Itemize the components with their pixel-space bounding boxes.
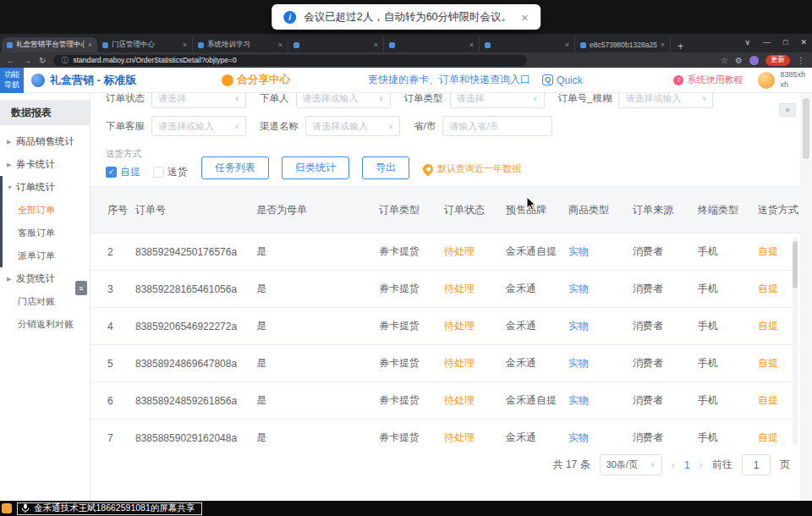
update-button[interactable]: 更新 xyxy=(765,55,790,66)
tab-search-icon[interactable]: ∨ xyxy=(744,38,750,47)
cell-goods_type[interactable]: 实物 xyxy=(568,431,633,445)
menu-kebab-icon[interactable]: ⋮ xyxy=(797,56,805,65)
table-row[interactable]: 283859294250176576a是券卡提货待处理金禾通自提实物消费者手机自… xyxy=(91,233,800,271)
cell-goods_type[interactable]: 实物 xyxy=(568,393,633,408)
profile-avatar[interactable] xyxy=(749,56,759,65)
filter-select-value: 请选择或输入 xyxy=(312,120,368,133)
sidebar-menu: ▶商品销售统计▶券卡统计▼订单统计全部订单客服订单派单订单▶发货统计门店对账分销… xyxy=(0,125,90,336)
collapse-filters-button[interactable]: » xyxy=(779,103,796,117)
table-body: 283859294250176576a是券卡提货待处理金禾通自提实物消费者手机自… xyxy=(91,233,800,447)
cell-goods_type[interactable]: 实物 xyxy=(568,319,633,333)
sidebar-item[interactable]: 派单订单 xyxy=(0,244,90,267)
action-button[interactable]: 任务列表 xyxy=(201,156,269,179)
sidebar-item[interactable]: ▶商品销售统计 xyxy=(0,130,90,153)
page-scrollbar-thumb[interactable] xyxy=(803,98,809,159)
sidebar-item[interactable]: 全部订单 xyxy=(0,199,90,222)
filter-select-value: 请选择 xyxy=(158,93,186,105)
filter-select[interactable]: 请选择或输入∨ xyxy=(296,93,391,108)
table-row[interactable]: 783858859029162048a是券卡提货待处理金禾通实物消费者手机自提 xyxy=(91,420,800,447)
tab-close-icon[interactable]: × xyxy=(183,41,187,49)
address-bar[interactable]: ⓘ standard.maboy.cn/OrderStatisticsDetai… xyxy=(53,55,527,66)
checkbox-icon xyxy=(153,167,164,178)
new-tab-button[interactable]: + xyxy=(678,41,683,52)
tab-close-icon[interactable]: × xyxy=(278,41,283,49)
nav-toggle[interactable]: 功能导航 xyxy=(0,68,24,93)
site-info-icon[interactable]: ⓘ xyxy=(61,56,68,65)
toast-close-icon[interactable]: × xyxy=(521,10,529,25)
column-header: 序号 xyxy=(107,203,135,217)
tab-favicon-icon xyxy=(580,42,586,48)
bookmark-star-icon[interactable]: ☆ xyxy=(721,56,728,65)
browser-tab[interactable]: × xyxy=(288,37,384,52)
tab-close-icon[interactable]: × xyxy=(661,41,665,49)
next-page-button[interactable]: › xyxy=(700,458,703,471)
tab-close-icon[interactable]: × xyxy=(88,41,92,49)
user-avatar[interactable] xyxy=(758,72,775,89)
sidebar-item[interactable]: ▼订单统计 xyxy=(0,176,90,199)
sidebar-collapse-handle[interactable]: ≡ xyxy=(75,281,87,295)
cell-goods_type[interactable]: 实物 xyxy=(568,356,633,371)
table-row[interactable]: 683858924859261856a是券卡提货待处理金禾通自提实物消费者手机自… xyxy=(91,382,800,420)
share-center-link[interactable]: 合分享中心 xyxy=(222,73,291,87)
filter-select[interactable]: 请选择或输入∨ xyxy=(618,93,713,108)
table-row[interactable]: 483859206546922272a是券卡提货待处理金禾通实物消费者手机自提 xyxy=(91,308,800,345)
minimize-button[interactable]: — xyxy=(763,38,771,47)
cell-idx: 5 xyxy=(107,358,135,370)
browser-tab[interactable]: × xyxy=(384,37,480,52)
current-page[interactable]: 1 xyxy=(684,459,690,471)
maximize-button[interactable]: □ xyxy=(783,38,787,47)
quick-entry-link[interactable]: 更快捷的券卡、订单和快递查询入口 xyxy=(368,73,530,87)
tutorial-link[interactable]: ? 系统使用教程 xyxy=(673,74,743,86)
tab-favicon-icon xyxy=(198,42,204,48)
browser-tab[interactable]: 系统培训学习× xyxy=(193,37,288,52)
delivery-checkbox[interactable]: 送货 xyxy=(153,165,188,179)
browser-tab-strip: 礼盒营销平台管理中心×门店管理中心×系统培训学习××××e8c573980b13… xyxy=(0,34,812,52)
filter-select[interactable]: 请选择∨ xyxy=(450,93,545,108)
cell-goods_type[interactable]: 实物 xyxy=(568,282,633,296)
filter-input[interactable] xyxy=(442,116,552,136)
browser-tab[interactable]: × xyxy=(480,37,575,52)
goto-page-input[interactable] xyxy=(742,454,771,475)
action-button[interactable]: 导出 xyxy=(362,156,409,179)
filter-select[interactable]: 请选择或输入∨ xyxy=(305,116,400,136)
tab-close-icon[interactable]: × xyxy=(374,41,378,49)
reload-icon[interactable]: ↻ xyxy=(39,56,46,65)
browser-tab[interactable]: e8c573980b1328a258fd2e6il× xyxy=(575,37,671,52)
column-header: 预售品牌 xyxy=(506,203,568,217)
delivery-checkbox[interactable]: ✓自提 xyxy=(106,165,140,179)
cell-terminal: 手机 xyxy=(698,244,758,259)
tab-close-icon[interactable]: × xyxy=(469,41,474,49)
browser-tab[interactable]: 门店管理中心× xyxy=(97,37,193,52)
sidebar-item[interactable]: ▶券卡统计 xyxy=(0,153,90,176)
browser-tab[interactable]: 礼盒营销平台管理中心× xyxy=(2,37,97,52)
nav-toggle-label: 功能导航 xyxy=(3,70,20,90)
app-logo-icon xyxy=(31,74,45,87)
table-scrollbar-thumb[interactable] xyxy=(793,241,798,288)
page-size-select[interactable]: 30条/页 ∨ xyxy=(600,454,662,475)
table-row[interactable]: 583858924869647808a是券卡提货待处理金禾通实物消费者手机自提 xyxy=(91,345,800,382)
quick-search-link[interactable]: Q Quick xyxy=(542,74,583,86)
cell-terminal: 手机 xyxy=(698,393,758,408)
forward-icon[interactable]: → xyxy=(23,56,31,65)
action-button[interactable]: 归类统计 xyxy=(282,156,349,179)
sidebar-item[interactable]: 客服订单 xyxy=(0,222,90,244)
sidebar-item-label: 商品销售统计 xyxy=(16,135,74,148)
table-row[interactable]: 383859228165461056a是券卡提货待处理金禾通实物消费者手机自提 xyxy=(91,271,800,308)
filter-row-2: 下单客服请选择或输入∨渠道名称请选择或输入∨省/市 xyxy=(106,115,800,137)
filter-select[interactable]: 请选择或输入∨ xyxy=(151,116,246,136)
filter-label: 下单人 xyxy=(260,93,289,105)
back-icon[interactable]: ← xyxy=(7,56,15,65)
page-size-value: 30条/页 xyxy=(606,458,638,471)
cell-goods_type[interactable]: 实物 xyxy=(568,244,633,259)
cell-order_no: 83858924859261856a xyxy=(135,395,256,407)
sidebar-item[interactable]: 分销返利对账 xyxy=(0,313,90,336)
action-buttons: 任务列表归类统计导出 xyxy=(201,156,409,179)
microphone-icon xyxy=(21,503,30,513)
tab-close-icon[interactable]: × xyxy=(565,41,569,49)
cell-idx: 6 xyxy=(107,395,135,407)
extensions-icon[interactable]: ⚙ xyxy=(735,56,743,65)
filter-select[interactable]: 请选择∨ xyxy=(151,93,246,108)
tutorial-icon: ? xyxy=(673,75,683,85)
close-window-button[interactable]: ✕ xyxy=(800,38,807,47)
prev-page-button[interactable]: ‹ xyxy=(672,458,675,471)
